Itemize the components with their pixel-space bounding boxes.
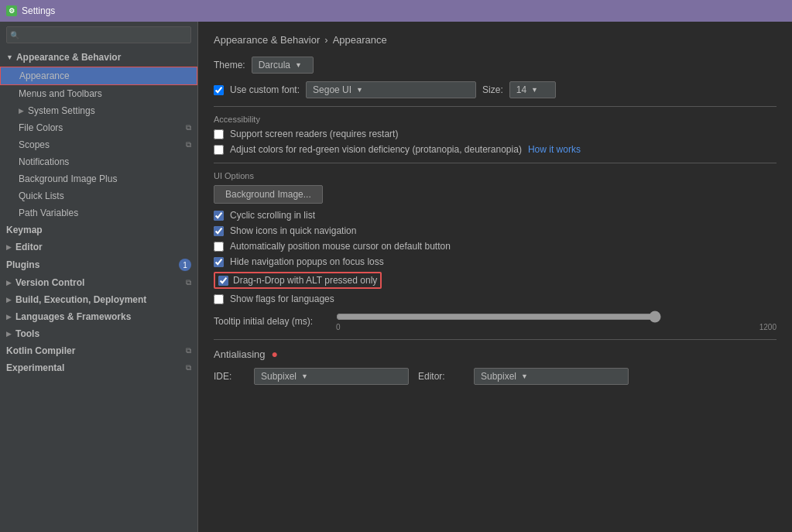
drag-n-drop-label: Drag-n-Drop with ALT pressed only [233,275,377,286]
sidebar-item-menus-toolbars[interactable]: Menus and Toolbars [0,85,197,102]
search-input[interactable] [6,26,191,43]
size-dropdown[interactable]: 14 ▼ [509,81,556,98]
tooltip-delay-row: Tooltip initial delay (ms): 0 1200 [214,311,777,331]
editor-antialias-value: Subpixel [481,371,516,382]
sidebar-item-label: Appearance [19,70,190,81]
antialiasing-section: Antialiasing ● [214,348,777,360]
drag-n-drop-highlight: Drag-n-Drop with ALT pressed only [214,272,382,289]
expand-arrow: ▼ [6,53,13,61]
use-custom-font-checkbox[interactable] [214,85,224,95]
slider-min-label: 0 [336,323,341,331]
sidebar-item-build-execution[interactable]: ▶ Build, Execution, Deployment [0,291,197,308]
sidebar-item-background-image-plus[interactable]: Background Image Plus [0,170,197,187]
ide-antialias-value: Subpixel [261,371,297,382]
breadcrumb-current: Appearance [333,34,387,46]
sidebar-item-appearance[interactable]: Appearance [0,67,197,85]
tooltip-delay-slider[interactable] [336,311,661,323]
sidebar-item-label: Quick Lists [19,190,191,201]
sidebar-item-scopes[interactable]: Scopes ⧉ [0,136,197,153]
auto-position-mouse-checkbox[interactable] [214,242,224,252]
size-label: Size: [482,84,503,95]
sidebar-item-label: Languages & Frameworks [15,311,191,322]
copy-icon: ⧉ [186,123,191,132]
sidebar-search-wrap [0,22,197,48]
ide-antialias-dropdown[interactable]: Subpixel ▼ [254,368,409,385]
ui-options-title: UI Options [214,171,777,180]
adjust-colors-row: Adjust colors for red-green vision defic… [214,144,777,155]
expand-arrow: ▶ [6,313,15,321]
plugins-badge: 1 [179,259,191,271]
sidebar-item-path-variables[interactable]: Path Variables [0,204,197,221]
drag-n-drop-checkbox[interactable] [218,276,228,286]
adjust-colors-label: Adjust colors for red-green vision defic… [230,144,522,155]
show-flags-row: Show flags for languages [214,293,777,304]
antialiasing-title: Antialiasing [214,348,266,360]
sidebar-item-notifications[interactable]: Notifications [0,153,197,170]
editor-label: Editor: [418,371,465,382]
sidebar-item-label: Path Variables [19,208,191,218]
sidebar-item-label: Background Image Plus [19,173,191,184]
expand-arrow: ▶ [6,296,15,304]
background-image-button[interactable]: Background Image... [214,185,323,204]
sidebar-item-experimental[interactable]: Experimental ⧉ [0,359,197,376]
sidebar-item-keymap[interactable]: Keymap [0,221,197,239]
theme-value: Darcula [259,60,290,70]
theme-dropdown[interactable]: Darcula ▼ [252,57,314,74]
sidebar-item-label: Menus and Toolbars [19,88,191,99]
show-flags-label: Show flags for languages [230,293,334,304]
chevron-down-icon: ▼ [295,61,302,69]
sidebar-item-label: System Settings [28,105,191,116]
sidebar-item-label: Kotlin Compiler [6,345,183,356]
slider-max-label: 1200 [759,323,777,331]
breadcrumb-parent: Appearance & Behavior [214,34,320,46]
sidebar-item-appearance-behavior[interactable]: ▼ Appearance & Behavior [0,48,197,67]
show-flags-checkbox[interactable] [214,294,224,304]
sidebar-item-label: Notifications [19,156,191,167]
sidebar-item-label: Build, Execution, Deployment [15,294,191,305]
breadcrumb: Appearance & Behavior › Appearance [214,34,777,46]
expand-arrow: ▶ [19,107,28,115]
copy-icon: ⧉ [186,140,191,149]
custom-font-label: Use custom font: [230,84,300,95]
titlebar: ⚙ Settings [0,0,792,22]
sidebar-item-quick-lists[interactable]: Quick Lists [0,187,197,204]
show-icons-nav-row: Show icons in quick navigation [214,225,777,236]
font-dropdown[interactable]: Segoe UI ▼ [306,81,476,98]
titlebar-title: Settings [22,5,55,16]
show-icons-nav-checkbox[interactable] [214,226,224,236]
expand-arrow: ▶ [6,243,15,251]
sidebar-item-label: Plugins [6,259,176,270]
sidebar-item-languages-frameworks[interactable]: ▶ Languages & Frameworks [0,308,197,325]
cyclic-scrolling-row: Cyclic scrolling in list [214,210,777,221]
sidebar-item-label: Editor [15,242,191,252]
hide-nav-popups-row: Hide navigation popups on focus loss [214,256,777,267]
how-it-works-link[interactable]: How it works [528,144,581,155]
cyclic-scrolling-checkbox[interactable] [214,211,224,221]
editor-antialias-dropdown[interactable]: Subpixel ▼ [474,368,629,385]
custom-font-row: Use custom font: Segoe UI ▼ Size: 14 ▼ [214,81,777,98]
adjust-colors-checkbox[interactable] [214,145,224,155]
ide-label: IDE: [214,371,245,382]
copy-icon: ⧉ [186,278,191,287]
breadcrumb-separator: › [324,34,327,46]
sidebar-item-kotlin-compiler[interactable]: Kotlin Compiler ⧉ [0,342,197,359]
sidebar-item-label: Appearance & Behavior [16,52,121,63]
chevron-down-icon: ▼ [531,86,538,94]
chevron-down-icon: ▼ [356,86,363,94]
tooltip-slider-wrap: 0 1200 [336,311,777,331]
copy-icon: ⧉ [186,346,191,355]
screen-readers-checkbox[interactable] [214,129,224,139]
antialiasing-row: IDE: Subpixel ▼ Editor: Subpixel ▼ [214,368,777,385]
sidebar-item-label: Keymap [6,225,191,235]
sidebar-item-plugins[interactable]: Plugins 1 [0,256,197,274]
sidebar-item-label: Scopes [19,139,183,150]
drag-n-drop-row: Drag-n-Drop with ALT pressed only [214,272,777,289]
sidebar-item-system-settings[interactable]: ▶ System Settings [0,102,197,119]
sidebar-item-tools[interactable]: ▶ Tools [0,325,197,342]
sidebar-item-editor[interactable]: ▶ Editor [0,239,197,256]
sidebar-item-file-colors[interactable]: File Colors ⧉ [0,119,197,136]
chevron-down-icon: ▼ [301,372,308,380]
sidebar-item-version-control[interactable]: ▶ Version Control ⧉ [0,274,197,291]
hide-nav-popups-checkbox[interactable] [214,257,224,267]
size-value: 14 [516,84,526,95]
